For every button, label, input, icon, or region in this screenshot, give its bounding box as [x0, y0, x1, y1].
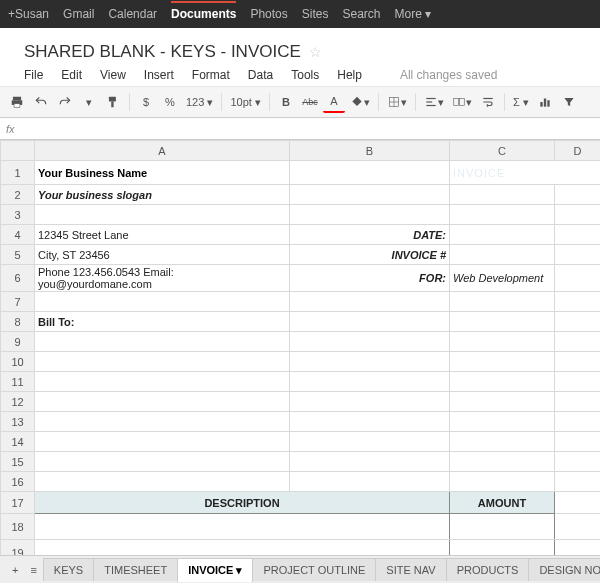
menu-tools[interactable]: Tools [291, 68, 319, 82]
menu-view[interactable]: View [100, 68, 126, 82]
currency-button[interactable]: $ [135, 91, 157, 113]
doc-title-row: SHARED BLANK - KEYS - INVOICE ☆ [0, 28, 600, 68]
row-header[interactable]: 7 [1, 292, 35, 312]
nav-search[interactable]: Search [342, 7, 380, 21]
svg-rect-3 [109, 97, 116, 102]
row-header[interactable]: 1 [1, 161, 35, 185]
menu-bar: File Edit View Insert Format Data Tools … [0, 68, 600, 86]
textcolor-button[interactable]: A [323, 91, 345, 113]
cell-date-label[interactable]: DATE: [290, 225, 450, 245]
tab-keys[interactable]: KEYS [43, 558, 94, 581]
filter-icon[interactable] [558, 91, 580, 113]
numformat-button[interactable]: 123 ▾ [183, 91, 216, 113]
row-header[interactable]: 3 [1, 205, 35, 225]
tab-products[interactable]: PRODUCTS [446, 558, 530, 581]
toolbar: ▾ $ % 123 ▾ 10pt ▾ B Abc A ▾ ▾ ▾ ▾ Σ ▾ [0, 86, 600, 118]
cell-invoice-watermark[interactable]: INVOICE [450, 161, 601, 185]
fontsize-button[interactable]: 10pt ▾ [227, 91, 263, 113]
cell-city[interactable]: City, ST 23456 [35, 245, 290, 265]
cell-slogan[interactable]: Your business slogan [35, 185, 290, 205]
sheet-tabs-bar: + ≡ KEYS TIMESHEET INVOICE ▾ PROJECT OUT… [0, 555, 600, 583]
google-topbar: +Susan Gmail Calendar Documents Photos S… [0, 0, 600, 28]
row-header[interactable]: 15 [1, 452, 35, 472]
tab-site-nav[interactable]: SITE NAV [375, 558, 446, 581]
nav-calendar[interactable]: Calendar [108, 7, 157, 21]
align-icon[interactable]: ▾ [421, 91, 447, 113]
row-header[interactable]: 4 [1, 225, 35, 245]
tab-invoice[interactable]: INVOICE ▾ [177, 558, 253, 582]
row-header[interactable]: 2 [1, 185, 35, 205]
cell-contact[interactable]: Phone 123.456.0543 Email: you@yourdomane… [35, 265, 290, 292]
col-header-b[interactable]: B [290, 141, 450, 161]
cell-street[interactable]: 12345 Street Lane [35, 225, 290, 245]
print-icon[interactable] [6, 91, 28, 113]
row-header[interactable]: 13 [1, 412, 35, 432]
nav-sites[interactable]: Sites [302, 7, 329, 21]
formula-bar[interactable]: fx [0, 118, 600, 140]
menu-file[interactable]: File [24, 68, 43, 82]
col-header-d[interactable]: D [555, 141, 601, 161]
menu-insert[interactable]: Insert [144, 68, 174, 82]
svg-rect-2 [14, 104, 20, 108]
menu-edit[interactable]: Edit [61, 68, 82, 82]
cell-amount-header[interactable]: AMOUNT [450, 492, 555, 514]
col-header-a[interactable]: A [35, 141, 290, 161]
cell-billto[interactable]: Bill To: [35, 312, 290, 332]
doc-title[interactable]: SHARED BLANK - KEYS - INVOICE [24, 42, 301, 62]
tab-design-notes[interactable]: DESIGN NOTES [528, 558, 600, 581]
menu-help[interactable]: Help [337, 68, 362, 82]
row-header[interactable]: 12 [1, 392, 35, 412]
row-header[interactable]: 10 [1, 352, 35, 372]
paintformat-icon[interactable] [102, 91, 124, 113]
bold-button[interactable]: B [275, 91, 297, 113]
strike-button[interactable]: Abc [299, 91, 321, 113]
percent-button[interactable]: % [159, 91, 181, 113]
undo-icon[interactable] [30, 91, 52, 113]
row-header[interactable]: 8 [1, 312, 35, 332]
chart-icon[interactable] [534, 91, 556, 113]
nav-documents[interactable]: Documents [171, 1, 236, 21]
cell-invnum-label[interactable]: INVOICE # [290, 245, 450, 265]
row-header[interactable]: 14 [1, 432, 35, 452]
nav-gmail[interactable]: Gmail [63, 7, 94, 21]
fx-label: fx [6, 123, 15, 135]
nav-plus-user[interactable]: +Susan [8, 7, 49, 21]
svg-rect-11 [454, 99, 459, 106]
svg-rect-12 [459, 99, 464, 106]
star-icon[interactable]: ☆ [309, 44, 322, 60]
tab-timesheet[interactable]: TIMESHEET [93, 558, 178, 581]
svg-rect-16 [547, 100, 549, 106]
svg-rect-15 [544, 99, 546, 107]
svg-rect-0 [13, 97, 21, 101]
row-header[interactable]: 5 [1, 245, 35, 265]
functions-icon[interactable]: Σ ▾ [510, 91, 532, 113]
cell-for-value[interactable]: Web Development [450, 265, 555, 292]
row-header[interactable]: 17 [1, 492, 35, 514]
clipboard-icon[interactable]: ▾ [78, 91, 100, 113]
row-header[interactable]: 9 [1, 332, 35, 352]
borders-icon[interactable]: ▾ [384, 91, 410, 113]
add-sheet-icon[interactable]: + [6, 564, 24, 576]
nav-more[interactable]: More ▾ [395, 7, 432, 21]
select-all-corner[interactable] [1, 141, 35, 161]
menu-format[interactable]: Format [192, 68, 230, 82]
fillcolor-icon[interactable]: ▾ [347, 91, 373, 113]
all-sheets-icon[interactable]: ≡ [24, 564, 42, 576]
row-header[interactable]: 11 [1, 372, 35, 392]
cell-desc-header[interactable]: DESCRIPTION [35, 492, 450, 514]
nav-photos[interactable]: Photos [250, 7, 287, 21]
merge-icon[interactable]: ▾ [449, 91, 475, 113]
row-header[interactable]: 16 [1, 472, 35, 492]
spreadsheet-grid[interactable]: A B C D 1 Your Business Name INVOICE 2 Y… [0, 140, 600, 570]
col-header-c[interactable]: C [450, 141, 555, 161]
tab-project-outline[interactable]: PROJECT OUTLINE [252, 558, 376, 581]
row-header[interactable]: 18 [1, 514, 35, 540]
cell-business-name[interactable]: Your Business Name [35, 161, 290, 185]
cell-for-label[interactable]: FOR: [290, 265, 450, 292]
redo-icon[interactable] [54, 91, 76, 113]
svg-rect-4 [111, 101, 113, 107]
wrap-icon[interactable] [477, 91, 499, 113]
menu-data[interactable]: Data [248, 68, 273, 82]
save-status: All changes saved [400, 68, 497, 82]
row-header[interactable]: 6 [1, 265, 35, 292]
